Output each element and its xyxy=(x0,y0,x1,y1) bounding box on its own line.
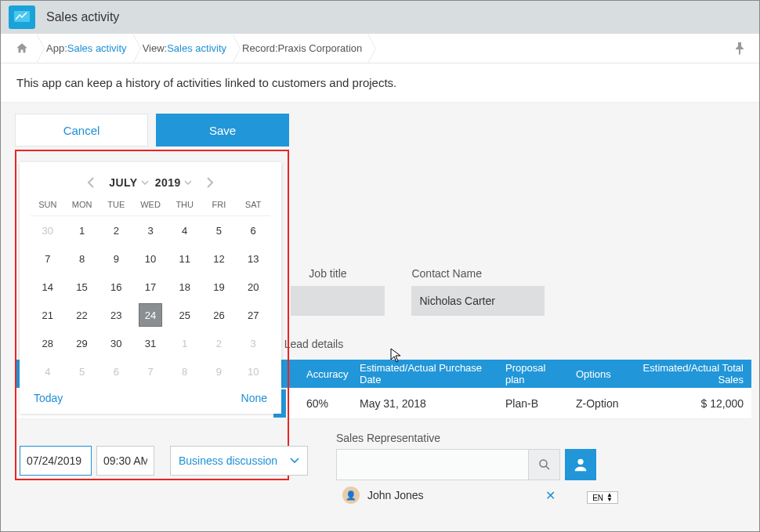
chevron-left-icon xyxy=(87,177,95,188)
next-month-button[interactable] xyxy=(198,177,222,188)
day-cell[interactable]: 10 xyxy=(236,357,270,385)
th-total: Estimated/Actual Total Sales xyxy=(628,362,751,385)
date-input[interactable] xyxy=(20,446,92,476)
day-cell[interactable]: 7 xyxy=(133,357,168,385)
day-cell[interactable]: 1 xyxy=(65,216,100,244)
day-cell[interactable]: 9 xyxy=(99,244,133,273)
home-crumb[interactable] xyxy=(7,34,38,63)
app-header: Sales activity xyxy=(1,1,759,34)
day-cell[interactable]: 17 xyxy=(133,273,168,301)
day-cell[interactable]: 4 xyxy=(168,216,202,244)
day-cell[interactable]: 29 xyxy=(65,329,100,357)
chevron-updown-icon: ▲▼ xyxy=(606,493,613,502)
th-accuracy: Accuracy xyxy=(299,368,352,380)
td-plan: Plan-B xyxy=(498,397,568,410)
chevron-right-icon xyxy=(206,177,214,188)
day-cell[interactable]: 18 xyxy=(168,273,202,301)
day-cell[interactable]: 16 xyxy=(99,273,133,301)
day-cell[interactable]: 30 xyxy=(99,329,133,357)
weekday-label: SUN xyxy=(31,200,65,209)
day-cell[interactable]: 30 xyxy=(31,216,65,244)
day-cell[interactable]: 3 xyxy=(133,216,168,244)
view-crumb-link[interactable]: Sales activity xyxy=(167,42,226,54)
day-cell[interactable]: 15 xyxy=(65,273,100,301)
day-cell[interactable]: 12 xyxy=(202,244,237,273)
day-cell[interactable]: 14 xyxy=(31,273,65,301)
day-cell[interactable]: 28 xyxy=(31,329,65,357)
day-cell[interactable]: 2 xyxy=(202,329,237,357)
day-cell[interactable]: 26 xyxy=(202,301,237,329)
day-cell[interactable]: 3 xyxy=(236,329,270,357)
day-cell[interactable]: 5 xyxy=(65,357,100,385)
day-cell[interactable]: 5 xyxy=(202,216,237,244)
weekday-label: THU xyxy=(168,200,202,209)
job-title-group: Job title xyxy=(291,267,385,316)
weekday-label: MON xyxy=(65,200,100,209)
job-title-field[interactable] xyxy=(291,286,385,316)
record-crumb-prefix: Record: xyxy=(242,42,278,54)
cancel-button[interactable]: Cancel xyxy=(15,114,148,147)
rep-name: John Jones xyxy=(367,489,424,501)
chevron-down-icon xyxy=(141,179,149,186)
time-input[interactable] xyxy=(96,446,154,476)
th-purchase: Estimated/Actual Purchase Date xyxy=(352,362,498,385)
day-cell[interactable]: 25 xyxy=(168,301,202,329)
day-cell[interactable]: 6 xyxy=(236,216,270,244)
year-select[interactable]: 2019 xyxy=(155,176,192,189)
topic-label: Business discussion xyxy=(179,454,277,467)
today-link[interactable]: Today xyxy=(34,392,63,404)
td-purchase: May 31, 2018 xyxy=(352,397,498,410)
contact-field[interactable] xyxy=(411,286,545,316)
chevron-down-icon xyxy=(184,179,192,186)
app-crumb[interactable]: App: Sales activity xyxy=(38,34,135,63)
save-button[interactable]: Save xyxy=(156,114,289,147)
day-cell[interactable]: 10 xyxy=(133,244,168,273)
day-cell[interactable]: 27 xyxy=(236,301,270,329)
day-cell[interactable]: 20 xyxy=(236,273,270,301)
day-cell[interactable]: 19 xyxy=(202,273,237,301)
day-cell[interactable]: 24 xyxy=(133,301,168,329)
day-cell[interactable]: 9 xyxy=(202,357,237,385)
weekday-label: TUE xyxy=(99,200,133,209)
org-picker-button[interactable] xyxy=(565,449,596,480)
app-title: Sales activity xyxy=(46,10,119,24)
pin-icon[interactable] xyxy=(734,42,753,55)
search-button[interactable] xyxy=(529,449,560,480)
app-crumb-prefix: App: xyxy=(46,42,67,54)
none-link[interactable]: None xyxy=(241,392,267,404)
day-cell[interactable]: 11 xyxy=(168,244,202,273)
td-accuracy: 60% xyxy=(299,397,352,410)
day-cell[interactable]: 21 xyxy=(31,301,65,329)
app-description: This app can keep a history of activitie… xyxy=(1,63,759,103)
weekday-label: WED xyxy=(133,200,168,209)
search-icon xyxy=(537,458,552,472)
day-cell[interactable]: 23 xyxy=(99,301,133,329)
day-cell[interactable]: 22 xyxy=(65,301,100,329)
rep-search-input[interactable] xyxy=(336,449,529,480)
topic-select[interactable]: Business discussion xyxy=(170,446,308,476)
day-grid: 3012345678910111213141516171819202122232… xyxy=(31,216,270,385)
svg-line-2 xyxy=(546,466,549,469)
day-cell[interactable]: 13 xyxy=(236,244,270,273)
prev-month-button[interactable] xyxy=(79,177,103,188)
day-cell[interactable]: 8 xyxy=(168,357,202,385)
month-select[interactable]: JULY xyxy=(109,176,149,189)
contact-label: Contact Name xyxy=(411,267,545,280)
day-cell[interactable]: 31 xyxy=(133,329,168,357)
day-cell[interactable]: 8 xyxy=(65,244,100,273)
day-cell[interactable]: 4 xyxy=(31,357,65,385)
rep-search xyxy=(336,449,596,480)
app-crumb-link[interactable]: Sales activity xyxy=(67,42,127,54)
month-label: JULY xyxy=(109,176,138,189)
day-cell[interactable]: 1 xyxy=(168,329,202,357)
day-cell[interactable]: 2 xyxy=(99,216,133,244)
remove-rep-button[interactable]: ✕ xyxy=(545,488,562,503)
day-cell[interactable]: 7 xyxy=(31,244,65,273)
record-crumb-text: Praxis Corporation xyxy=(278,42,363,54)
view-crumb[interactable]: View: Sales activity xyxy=(135,34,234,63)
rep-label: Sales Representative xyxy=(336,432,440,444)
day-cell[interactable]: 6 xyxy=(99,357,133,385)
contact-group: Contact Name xyxy=(411,267,545,316)
weekday-row: SUNMONTUEWEDTHUFRISAT xyxy=(31,200,270,216)
language-badge[interactable]: EN ▲▼ xyxy=(587,491,618,504)
